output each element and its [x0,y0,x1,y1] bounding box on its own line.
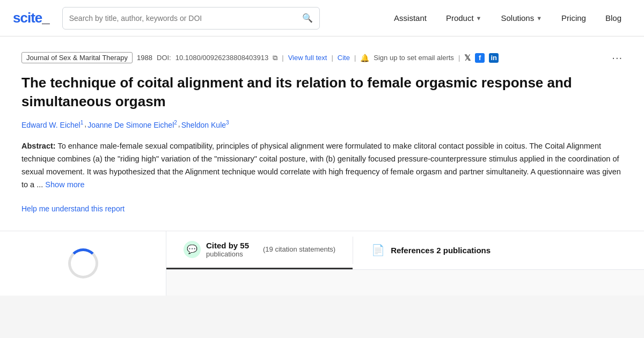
nav-assistant[interactable]: Assistant [384,0,436,36]
doi-value: 10.1080/00926238808403913 [175,54,269,62]
article-year: 1988 [137,54,152,62]
social-icons: 𝕏 f in [464,53,499,63]
help-understand-link[interactable]: Help me understand this report [21,204,125,213]
references-label: References 2 publications [391,246,491,255]
main-nav: Assistant Product ▼ Solutions ▼ Pricing … [384,0,631,36]
cited-by-main-label: Cited by 55 [206,241,249,250]
search-icon[interactable]: 🔍 [302,13,313,23]
tab-references[interactable]: 📄 References 2 publications [353,231,508,269]
journal-name: Journal of Sex & Marital Therapy [21,52,133,63]
tabs-section: 💬 Cited by 55 publications (19 citation … [0,231,644,296]
cite-link[interactable]: Cite [338,54,350,62]
doi-label: DOI: [157,54,171,62]
more-options-button[interactable]: ··· [612,52,623,64]
cited-by-sub-label: publications [206,250,249,258]
bell-icon: 🔔 [360,54,369,62]
linkedin-icon[interactable]: in [489,53,499,63]
view-full-text-link[interactable]: View full text [288,54,327,62]
show-more-link[interactable]: Show more [45,180,84,189]
sign-up-alerts: Sign up to set email alerts [374,54,454,62]
abstract-text: Abstract: To enhance male-female sexual … [21,140,623,192]
article-title: The technique of coital alignment and it… [21,74,623,111]
abstract-label: Abstract: [21,142,56,150]
twitter-icon[interactable]: 𝕏 [464,53,471,63]
copy-doi-icon[interactable]: ⧉ [273,54,277,62]
chevron-down-icon: ▼ [536,15,542,21]
nav-solutions[interactable]: Solutions ▼ [492,0,552,36]
citation-statements-label: (19 citation statements) [263,245,335,253]
search-bar: 🔍 [62,7,320,30]
spinner-area [0,231,166,296]
citation-bubble-icon: 💬 [184,241,201,258]
citations-tabs: 💬 Cited by 55 publications (19 citation … [166,231,644,296]
tab-cited-by[interactable]: 💬 Cited by 55 publications (19 citation … [166,231,353,269]
article-content: Journal of Sex & Marital Therapy 1988 DO… [0,36,644,231]
search-input[interactable] [69,14,302,23]
nav-product[interactable]: Product ▼ [436,0,492,36]
logo[interactable]: scite_ [13,10,49,26]
authors-list: Edward W. Eichel1 , Joanne De Simone Eic… [21,120,623,129]
nav-pricing[interactable]: Pricing [552,0,596,36]
tab-row: 💬 Cited by 55 publications (19 citation … [166,231,644,270]
header: scite_ 🔍 Assistant Product ▼ Solutions ▼… [0,0,644,36]
author-1[interactable]: Edward W. Eichel1 [21,120,83,129]
author-3[interactable]: Sheldon Kule3 [181,120,229,129]
nav-blog[interactable]: Blog [596,0,631,36]
loading-spinner [68,248,98,278]
article-meta-bar: Journal of Sex & Marital Therapy 1988 DO… [21,52,623,64]
doc-icon: 📄 [370,243,385,258]
author-2[interactable]: Joanne De Simone Eichel2 [87,120,177,129]
facebook-icon[interactable]: f [475,53,485,63]
chevron-down-icon: ▼ [476,15,482,21]
